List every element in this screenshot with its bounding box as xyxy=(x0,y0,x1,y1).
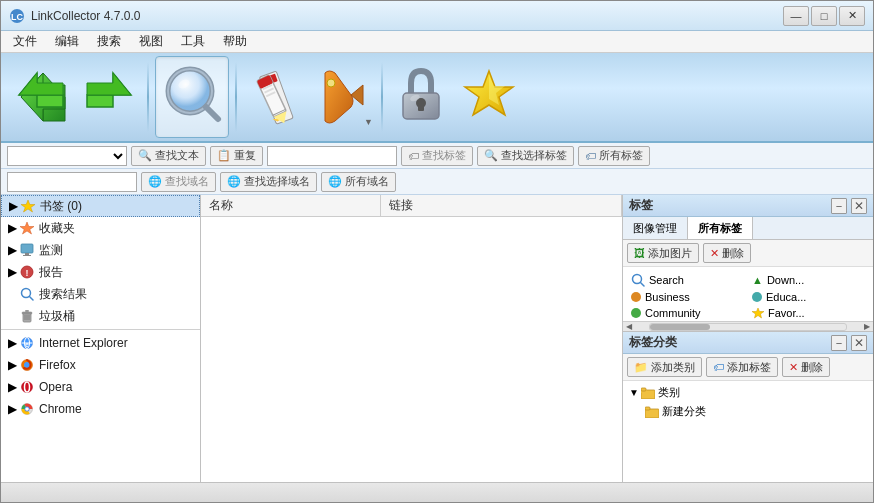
tag-item-business[interactable]: Business xyxy=(627,289,748,305)
bookmarks-expander[interactable]: ▶ xyxy=(6,199,20,213)
tag-button[interactable]: ▼ xyxy=(311,61,375,133)
svg-text:e: e xyxy=(25,341,29,348)
tree-item-trash[interactable]: 垃圾桶 xyxy=(1,305,200,327)
tree-item-bookmarks[interactable]: ▶ 书签 (0) xyxy=(1,195,200,217)
search-results-label: 搜索结果 xyxy=(39,286,87,303)
tag-business-icon xyxy=(631,292,641,302)
tab-all-tags[interactable]: 所有标签 xyxy=(688,217,753,239)
tab-image-management[interactable]: 图像管理 xyxy=(623,217,688,239)
tag-scrollbar[interactable]: ◀ ▶ xyxy=(623,321,873,331)
tag-search-input[interactable] xyxy=(267,146,397,166)
bookmarks-icon xyxy=(20,198,36,214)
tag-item-community[interactable]: Community xyxy=(627,305,748,321)
maximize-button[interactable]: □ xyxy=(811,6,837,26)
trash-expander[interactable] xyxy=(5,309,19,323)
menu-view[interactable]: 视图 xyxy=(131,31,171,52)
menu-help[interactable]: 帮助 xyxy=(215,31,255,52)
tag-item-search[interactable]: Search xyxy=(627,271,748,289)
tag-search-label: Search xyxy=(649,274,684,286)
duplicate-button[interactable]: 📋 重复 xyxy=(210,146,263,166)
category-panel-close-button[interactable]: ✕ xyxy=(851,335,867,351)
status-bar xyxy=(1,482,873,503)
report-expander[interactable]: ▶ xyxy=(5,265,19,279)
chrome-expander[interactable]: ▶ xyxy=(5,402,19,416)
firefox-expander[interactable]: ▶ xyxy=(5,358,19,372)
menu-tools[interactable]: 工具 xyxy=(173,31,213,52)
scroll-thumb[interactable] xyxy=(650,324,710,330)
category-panel-minus[interactable]: − xyxy=(831,335,847,351)
title-bar: LC LinkCollector 4.7.0.0 — □ ✕ xyxy=(1,1,873,31)
edit-button[interactable] xyxy=(243,61,307,133)
tree-item-ie[interactable]: ▶ e Internet Explorer xyxy=(1,332,200,354)
find-selected-tag-button[interactable]: 🔍 查找选择标签 xyxy=(477,146,574,166)
delete-tag-button[interactable]: ✕ 删除 xyxy=(703,243,751,263)
col-header-name: 名称 xyxy=(201,195,381,216)
domain-search-input[interactable] xyxy=(7,172,137,192)
tree-separator-1 xyxy=(1,329,200,330)
opera-expander[interactable]: ▶ xyxy=(5,380,19,394)
add-tag-button[interactable]: 🏷 添加标签 xyxy=(706,357,778,377)
back-icon xyxy=(13,65,69,129)
add-image-button[interactable]: 🖼 添加图片 xyxy=(627,243,699,263)
scroll-left-btn[interactable]: ◀ xyxy=(623,322,635,332)
monitor-label: 监测 xyxy=(39,242,63,259)
tag-down-label: Down... xyxy=(767,274,804,286)
cat-item-new[interactable]: 新建分类 xyxy=(625,402,871,421)
tree-item-chrome[interactable]: ▶ Chrome xyxy=(1,398,200,420)
find-domain-button[interactable]: 🌐 查找域名 xyxy=(141,172,216,192)
lock-button[interactable] xyxy=(389,61,453,133)
favorites-expander[interactable]: ▶ xyxy=(5,221,19,235)
search-button[interactable] xyxy=(155,56,229,138)
back-button[interactable] xyxy=(9,61,73,133)
opera-icon xyxy=(19,379,35,395)
tree-item-search-results[interactable]: 搜索结果 xyxy=(1,283,200,305)
all-tags-button[interactable]: 🏷 所有标签 xyxy=(578,146,650,166)
tree-item-favorites[interactable]: ▶ 收藏夹 xyxy=(1,217,200,239)
category-tree: ▼ 类别 新建分类 xyxy=(623,381,873,482)
cat-new-label: 新建分类 xyxy=(662,404,706,419)
menu-file[interactable]: 文件 xyxy=(5,31,45,52)
tag-item-favor[interactable]: Favor... xyxy=(748,305,869,321)
scroll-right-btn[interactable]: ▶ xyxy=(861,322,873,332)
chrome-label: Chrome xyxy=(39,402,82,416)
minimize-button[interactable]: — xyxy=(783,6,809,26)
find-tag-button[interactable]: 🏷 查找标签 xyxy=(401,146,473,166)
ie-expander[interactable]: ▶ xyxy=(5,336,19,350)
svg-rect-25 xyxy=(418,103,424,111)
tag-item-educa[interactable]: Educa... xyxy=(748,289,869,305)
tag-panel-minus[interactable]: − xyxy=(831,198,847,214)
search-results-expander[interactable] xyxy=(5,287,19,301)
svg-rect-40 xyxy=(25,310,29,312)
delete-category-button[interactable]: ✕ 删除 xyxy=(782,357,830,377)
star-button[interactable] xyxy=(457,61,521,133)
forward-button[interactable] xyxy=(77,61,141,133)
monitor-icon xyxy=(19,242,35,258)
tree-item-report[interactable]: ▶ ! 报告 xyxy=(1,261,200,283)
right-panel: 标签 − ✕ 图像管理 所有标签 🖼 添加图片 ✕ 删除 xyxy=(623,195,873,482)
delete-tag-icon: ✕ xyxy=(710,247,719,260)
scroll-track[interactable] xyxy=(649,323,847,331)
add-category-button[interactable]: 📁 添加类别 xyxy=(627,357,702,377)
tree-item-opera[interactable]: ▶ Opera xyxy=(1,376,200,398)
cat-item-root[interactable]: ▼ 类别 xyxy=(625,383,871,402)
close-button[interactable]: ✕ xyxy=(839,6,865,26)
opera-label: Opera xyxy=(39,380,72,394)
find-text-button[interactable]: 🔍 查找文本 xyxy=(131,146,206,166)
column-headers: 名称 链接 xyxy=(201,195,622,217)
find-text-icon: 🔍 xyxy=(138,149,152,162)
tree-item-firefox[interactable]: ▶ Firefox xyxy=(1,354,200,376)
monitor-expander[interactable]: ▶ xyxy=(5,243,19,257)
cat-root-expander[interactable]: ▼ xyxy=(629,387,639,398)
menu-edit[interactable]: 编辑 xyxy=(47,31,87,52)
tag-panel-close-button[interactable]: ✕ xyxy=(851,198,867,214)
svg-line-10 xyxy=(206,107,218,119)
tree-item-monitor[interactable]: ▶ 监测 xyxy=(1,239,200,261)
find-selected-domain-button[interactable]: 🌐 查找选择域名 xyxy=(220,172,317,192)
menu-search[interactable]: 搜索 xyxy=(89,31,129,52)
all-domains-button[interactable]: 🌐 所有域名 xyxy=(321,172,396,192)
tag-search-icon xyxy=(631,273,645,287)
tag-panel-header: 标签 − ✕ xyxy=(623,195,873,217)
filter-bar-1: 🔍 查找文本 📋 重复 🏷 查找标签 🔍 查找选择标签 🏷 所有标签 xyxy=(1,143,873,169)
search-dropdown[interactable] xyxy=(7,146,127,166)
tag-item-down[interactable]: ▲ Down... xyxy=(748,271,869,289)
